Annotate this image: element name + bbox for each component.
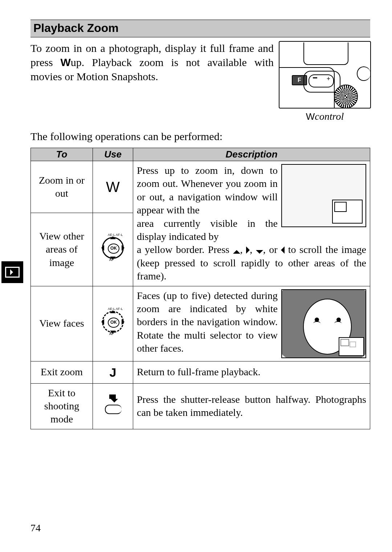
- header-use: Use: [93, 148, 133, 161]
- cell-to-zoom: Zoom in or out: [31, 161, 93, 213]
- af-label: AF: [109, 258, 114, 262]
- camera-caption-glyph: W: [306, 111, 315, 122]
- cell-use-zoom: W: [93, 161, 133, 213]
- operations-table: To Use Description Zoom in or out W Pres…: [30, 148, 370, 429]
- playback-mode-tab-icon: [1, 261, 23, 283]
- desc-exitzoom: Return to full-frame playback.: [133, 361, 370, 383]
- multi-selector-rotate-icon: OK AE-L AF-L AF: [100, 309, 126, 335]
- page-number: 74: [30, 522, 41, 534]
- intro-text: To zoom in on a photograph, display it f…: [30, 41, 274, 122]
- ael-label: AE-L AF-L: [108, 233, 123, 236]
- cell-use-viewother: OK AE-L AF-L AF: [93, 213, 133, 286]
- desc-zoom-b2: a yellow border. Press: [137, 244, 233, 255]
- ok-label: OK: [108, 244, 119, 254]
- arrow-right-icon: [246, 246, 250, 254]
- section-heading: Playback Zoom: [30, 20, 370, 37]
- arrow-up-icon: [233, 250, 240, 254]
- camera-illustration: F +: [279, 41, 371, 109]
- ael-label: AE-L AF-L: [108, 307, 123, 310]
- intro-block: To zoom in on a photograph, display it f…: [30, 41, 370, 122]
- navigation-window-illustration: [281, 164, 366, 227]
- desc-zoom-b1: area currently visible in the display in…: [137, 217, 278, 244]
- table-row: View faces OK AE-L AF-L AF Faces (up to …: [31, 286, 370, 361]
- cell-to-viewfaces: View faces: [31, 286, 93, 361]
- cell-use-exitzoom: J: [93, 361, 133, 383]
- af-label: AF: [109, 332, 114, 336]
- camera-caption: Wcontrol: [306, 111, 344, 122]
- camera-caption-text: control: [315, 111, 344, 122]
- ok-button-icon: J: [110, 365, 117, 379]
- camera-figure: F + Wcontrol: [279, 41, 370, 122]
- w-control-glyph: W: [61, 56, 71, 68]
- shutter-release-icon: [103, 394, 123, 415]
- table-row: Exit to shooting mode Press the shutter-…: [31, 383, 370, 429]
- face-detection-illustration: [281, 289, 366, 358]
- w-icon: W: [106, 179, 120, 195]
- operations-intro: The following operations can be performe…: [30, 130, 370, 143]
- header-description: Description: [133, 148, 370, 161]
- header-to: To: [31, 148, 93, 161]
- table-row: Zoom in or out W Press up to zoom in, do…: [31, 161, 370, 213]
- arrow-down-icon: [256, 250, 263, 254]
- cell-use-viewfaces: OK AE-L AF-L AF: [93, 286, 133, 361]
- cell-use-exitshoot: [93, 383, 133, 429]
- desc-viewfaces: Faces (up to five) detected during zoom …: [137, 289, 278, 355]
- desc-exitshoot: Press the shutter-release button halfway…: [133, 383, 370, 429]
- ok-label: OK: [108, 318, 119, 328]
- table-header-row: To Use Description: [31, 148, 370, 161]
- arrow-left-icon: [281, 246, 285, 254]
- desc-zoom-a: Press up to zoom in, down to zoom out. W…: [137, 164, 278, 217]
- cell-to-exitshoot: Exit to shooting mode: [31, 383, 93, 429]
- cell-to-exitzoom: Exit zoom: [31, 361, 93, 383]
- multi-selector-icon: OK AE-L AF-L AF: [100, 235, 126, 261]
- cell-to-viewother: View other areas of image: [31, 213, 93, 286]
- table-row: Exit zoom J Return to full-frame playbac…: [31, 361, 370, 383]
